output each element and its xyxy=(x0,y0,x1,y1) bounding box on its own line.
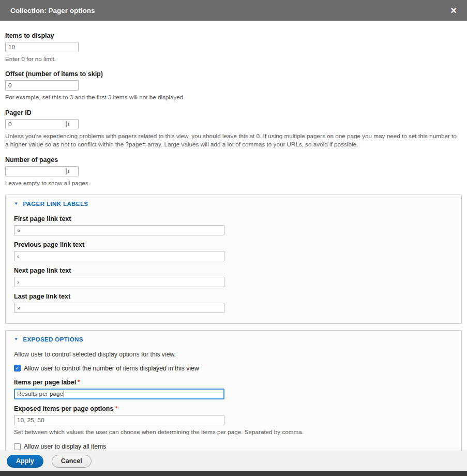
number-spinner-icon[interactable] xyxy=(66,168,69,174)
number-of-pages-label: Number of pages xyxy=(5,156,462,163)
number-of-pages-input-wrap xyxy=(5,166,79,176)
fieldset-exposed-options: ▼ EXPOSED OPTIONS Allow user to control … xyxy=(5,330,462,451)
next-page-link-label: Next page link text xyxy=(14,267,453,274)
fieldset-pager-link-labels: ▼ PAGER LINK LABELS First page link text… xyxy=(5,195,462,324)
pager-options-dialog: Collection: Pager options × Items to dis… xyxy=(0,0,467,476)
items-to-display-description: Enter 0 for no limit. xyxy=(5,55,461,63)
fieldset-legend-pager-link-labels[interactable]: ▼ PAGER LINK LABELS xyxy=(14,201,453,207)
dialog-body: Items to display Enter 0 for no limit. O… xyxy=(0,21,467,451)
offset-field: Offset (number of items to skip) For exa… xyxy=(5,70,462,101)
last-page-link-label: Last page link text xyxy=(14,293,453,300)
checkbox-checked-icon[interactable]: ✓ xyxy=(14,365,21,371)
exposed-items-per-page-options-input[interactable] xyxy=(14,415,224,425)
first-page-link-field: First page link text xyxy=(14,215,453,235)
text-cursor xyxy=(64,391,64,397)
offset-label: Offset (number of items to skip) xyxy=(5,70,462,78)
label-text: Items per page label xyxy=(14,379,76,386)
collapse-arrow-icon: ▼ xyxy=(14,337,18,341)
pager-id-label: Pager ID xyxy=(5,109,462,116)
close-icon[interactable]: × xyxy=(450,5,457,16)
last-page-link-input[interactable] xyxy=(14,303,224,313)
fieldset-legend-text: PAGER LINK LABELS xyxy=(23,201,88,207)
input-value: Results per page xyxy=(17,390,63,397)
previous-page-link-field: Previous page link text xyxy=(14,241,453,261)
apply-button[interactable]: Apply xyxy=(7,455,43,468)
previous-page-link-label: Previous page link text xyxy=(14,241,453,248)
next-page-link-input[interactable] xyxy=(14,277,224,287)
first-page-link-input[interactable] xyxy=(14,225,224,235)
page-background-toolbar xyxy=(0,471,467,476)
items-per-page-label-field: Items per page label* Results per page xyxy=(14,379,453,399)
dialog-header: Collection: Pager options × xyxy=(0,0,467,21)
items-to-display-field: Items to display Enter 0 for no limit. xyxy=(5,32,462,63)
next-page-link-field: Next page link text xyxy=(14,267,453,287)
dialog-title: Collection: Pager options xyxy=(10,7,95,14)
fieldset-legend-text: EXPOSED OPTIONS xyxy=(23,336,83,343)
cancel-button[interactable]: Cancel xyxy=(52,455,92,468)
previous-page-link-input[interactable] xyxy=(14,251,224,261)
checkbox-display-all-items[interactable]: Allow user to display all items xyxy=(14,443,453,450)
checkbox-unchecked-icon[interactable] xyxy=(14,443,21,450)
items-per-page-label-input[interactable]: Results per page xyxy=(14,389,224,399)
collapse-arrow-icon: ▼ xyxy=(14,201,18,206)
number-of-pages-field: Number of pages Leave empty to show all … xyxy=(5,156,462,187)
label-text: Exposed items per page options xyxy=(14,405,113,412)
dialog-footer: Apply Cancel xyxy=(0,451,467,471)
last-page-link-field: Last page link text xyxy=(14,293,453,313)
required-marker: * xyxy=(78,379,80,385)
pager-id-input-wrap xyxy=(5,119,79,129)
required-marker: * xyxy=(115,405,117,411)
items-to-display-label: Items to display xyxy=(5,32,462,39)
exposed-items-per-page-options-field: Exposed items per page options* Set betw… xyxy=(14,405,453,436)
checkbox-label: Allow user to display all items xyxy=(24,443,106,450)
number-of-pages-description: Leave empty to show all pages. xyxy=(5,179,461,187)
offset-input[interactable] xyxy=(5,80,79,91)
first-page-link-label: First page link text xyxy=(14,215,453,222)
pager-id-description: Unless you're experiencing problems with… xyxy=(5,132,461,149)
exposed-options-description: Allow user to control selected display o… xyxy=(14,351,453,358)
offset-description: For example, set this to 3 and the first… xyxy=(5,93,461,101)
pager-id-field: Pager ID Unless you're experiencing prob… xyxy=(5,109,462,149)
number-spinner-icon[interactable] xyxy=(66,121,69,127)
checkbox-label: Allow user to control the number of item… xyxy=(24,365,199,372)
exposed-items-per-page-options-label: Exposed items per page options* xyxy=(14,405,453,412)
checkbox-control-number-of-items[interactable]: ✓ Allow user to control the number of it… xyxy=(14,365,453,372)
items-to-display-input[interactable] xyxy=(5,42,79,52)
fieldset-legend-exposed-options[interactable]: ▼ EXPOSED OPTIONS xyxy=(14,336,453,343)
exposed-items-per-page-options-description: Set between which values the user can ch… xyxy=(14,428,453,436)
items-per-page-label-label: Items per page label* xyxy=(14,379,453,386)
